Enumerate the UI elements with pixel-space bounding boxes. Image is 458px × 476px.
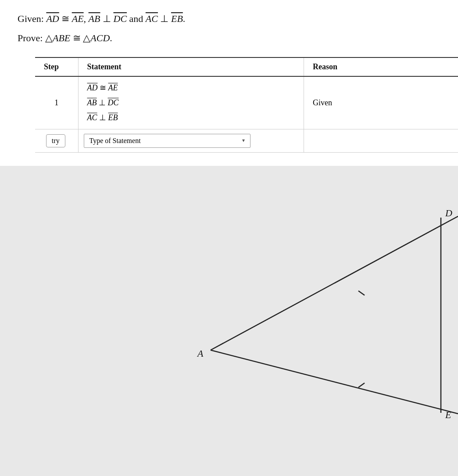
reason-empty-cell — [304, 129, 458, 152]
col-header-statement: Statement — [78, 57, 304, 76]
statement-dropdown-cell: Type of Statement ▾ — [78, 129, 304, 152]
svg-rect-0 — [0, 166, 458, 429]
point-d-label: D — [445, 208, 452, 218]
type-of-statement-dropdown[interactable]: Type of Statement ▾ — [84, 134, 250, 148]
col-header-reason: Reason — [304, 57, 458, 76]
dropdown-label: Type of Statement — [89, 137, 141, 145]
statement-2: AB ⊥ DC — [87, 95, 295, 110]
chevron-down-icon: ▾ — [242, 137, 245, 144]
table-row: 1 AD ≅ AE AB ⊥ DC AC ⊥ EB Given — [35, 76, 458, 129]
try-button[interactable]: try — [46, 134, 65, 147]
geometry-diagram: A D E — [0, 166, 458, 429]
try-row: try Type of Statement ▾ — [35, 129, 458, 152]
col-header-step: Step — [35, 57, 78, 76]
prove-statement: Prove: △ABE ≅ △ACD. — [18, 32, 440, 44]
try-step-cell: try — [35, 129, 78, 152]
statement-3: AC ⊥ EB — [87, 110, 295, 125]
proof-table: Step Statement Reason 1 AD ≅ AE AB ⊥ DC … — [35, 57, 458, 153]
reason-cell: Given — [304, 76, 458, 129]
point-a-label: A — [197, 348, 204, 359]
given-statement: Given: AD ≅ AE, AB ⊥ DC and AC ⊥ EB. — [18, 13, 440, 25]
statement-1: AD ≅ AE — [87, 80, 295, 95]
step-number: 1 — [35, 76, 78, 129]
point-e-label: E — [445, 409, 451, 420]
statement-cell: AD ≅ AE AB ⊥ DC AC ⊥ EB — [78, 76, 304, 129]
diagram-svg: A D E — [0, 166, 458, 429]
